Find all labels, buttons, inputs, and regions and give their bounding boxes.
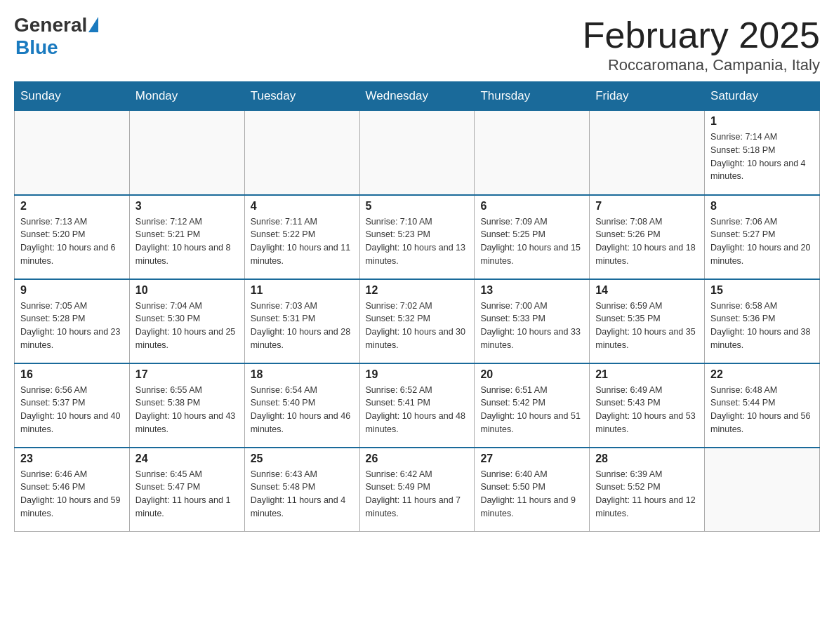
calendar-day-cell: 20Sunrise: 6:51 AM Sunset: 5:42 PM Dayli…: [475, 363, 590, 448]
day-info: Sunrise: 7:11 AM Sunset: 5:22 PM Dayligh…: [251, 215, 354, 268]
calendar-day-cell: 7Sunrise: 7:08 AM Sunset: 5:26 PM Daylig…: [590, 195, 705, 279]
day-info: Sunrise: 6:52 AM Sunset: 5:41 PM Dayligh…: [366, 384, 469, 436]
day-info: Sunrise: 7:09 AM Sunset: 5:25 PM Dayligh…: [480, 215, 583, 268]
day-number: 3: [135, 200, 239, 213]
calendar-week-row: 16Sunrise: 6:56 AM Sunset: 5:37 PM Dayli…: [15, 363, 820, 448]
day-number: 12: [366, 284, 469, 297]
day-number: 27: [480, 452, 583, 465]
logo-general-text: General: [14, 14, 87, 36]
day-info: Sunrise: 7:06 AM Sunset: 5:27 PM Dayligh…: [710, 215, 814, 268]
calendar-day-cell: 13Sunrise: 7:00 AM Sunset: 5:33 PM Dayli…: [475, 279, 590, 363]
calendar-week-row: 23Sunrise: 6:46 AM Sunset: 5:46 PM Dayli…: [15, 448, 820, 532]
day-number: 24: [135, 452, 239, 465]
day-number: 7: [595, 200, 699, 213]
day-info: Sunrise: 7:00 AM Sunset: 5:33 PM Dayligh…: [480, 300, 583, 352]
calendar-day-cell: [129, 111, 244, 195]
title-section: February 2025 Roccaromana, Campania, Ita…: [583, 14, 820, 74]
day-header-tuesday: Tuesday: [244, 82, 359, 111]
day-info: Sunrise: 6:55 AM Sunset: 5:38 PM Dayligh…: [135, 384, 239, 436]
day-header-thursday: Thursday: [475, 82, 590, 111]
calendar-day-cell: 14Sunrise: 6:59 AM Sunset: 5:35 PM Dayli…: [590, 279, 705, 363]
page-header: General Blue February 2025 Roccaromana, …: [14, 14, 820, 74]
day-number: 16: [20, 368, 124, 381]
day-number: 10: [135, 284, 239, 297]
day-number: 15: [710, 284, 814, 297]
calendar-day-cell: 3Sunrise: 7:12 AM Sunset: 5:21 PM Daylig…: [129, 195, 244, 279]
calendar-day-cell: 22Sunrise: 6:48 AM Sunset: 5:44 PM Dayli…: [705, 363, 820, 448]
day-info: Sunrise: 7:02 AM Sunset: 5:32 PM Dayligh…: [366, 300, 469, 352]
day-number: 1: [710, 115, 814, 128]
day-number: 11: [251, 284, 354, 297]
calendar-day-cell: [705, 448, 820, 532]
day-info: Sunrise: 6:45 AM Sunset: 5:47 PM Dayligh…: [135, 468, 239, 521]
day-info: Sunrise: 6:46 AM Sunset: 5:46 PM Dayligh…: [20, 468, 124, 521]
day-info: Sunrise: 6:54 AM Sunset: 5:40 PM Dayligh…: [251, 384, 354, 436]
calendar-day-cell: 15Sunrise: 6:58 AM Sunset: 5:36 PM Dayli…: [705, 279, 820, 363]
day-info: Sunrise: 6:48 AM Sunset: 5:44 PM Dayligh…: [710, 384, 814, 436]
day-info: Sunrise: 7:04 AM Sunset: 5:30 PM Dayligh…: [135, 300, 239, 352]
day-number: 14: [595, 284, 699, 297]
calendar-day-cell: 10Sunrise: 7:04 AM Sunset: 5:30 PM Dayli…: [129, 279, 244, 363]
day-number: 17: [135, 368, 239, 381]
day-info: Sunrise: 7:14 AM Sunset: 5:18 PM Dayligh…: [710, 130, 814, 183]
calendar-subtitle: Roccaromana, Campania, Italy: [583, 56, 820, 74]
day-number: 18: [251, 368, 354, 381]
calendar-day-cell: 17Sunrise: 6:55 AM Sunset: 5:38 PM Dayli…: [129, 363, 244, 448]
day-info: Sunrise: 6:49 AM Sunset: 5:43 PM Dayligh…: [595, 384, 699, 436]
day-header-saturday: Saturday: [705, 82, 820, 111]
calendar-table: SundayMondayTuesdayWednesdayThursdayFrid…: [14, 81, 820, 532]
calendar-day-cell: 5Sunrise: 7:10 AM Sunset: 5:23 PM Daylig…: [359, 195, 475, 279]
calendar-day-cell: 18Sunrise: 6:54 AM Sunset: 5:40 PM Dayli…: [244, 363, 359, 448]
day-number: 26: [366, 452, 469, 465]
day-info: Sunrise: 7:03 AM Sunset: 5:31 PM Dayligh…: [251, 300, 354, 352]
calendar-day-cell: 8Sunrise: 7:06 AM Sunset: 5:27 PM Daylig…: [705, 195, 820, 279]
calendar-day-cell: 19Sunrise: 6:52 AM Sunset: 5:41 PM Dayli…: [359, 363, 475, 448]
day-number: 21: [595, 368, 699, 381]
calendar-day-cell: 6Sunrise: 7:09 AM Sunset: 5:25 PM Daylig…: [475, 195, 590, 279]
day-number: 13: [480, 284, 583, 297]
day-info: Sunrise: 6:56 AM Sunset: 5:37 PM Dayligh…: [20, 384, 124, 436]
day-number: 6: [480, 200, 583, 213]
calendar-day-cell: 16Sunrise: 6:56 AM Sunset: 5:37 PM Dayli…: [15, 363, 130, 448]
calendar-day-cell: 21Sunrise: 6:49 AM Sunset: 5:43 PM Dayli…: [590, 363, 705, 448]
day-info: Sunrise: 7:10 AM Sunset: 5:23 PM Dayligh…: [366, 215, 469, 268]
day-number: 22: [710, 368, 814, 381]
calendar-day-cell: 28Sunrise: 6:39 AM Sunset: 5:52 PM Dayli…: [590, 448, 705, 532]
day-info: Sunrise: 6:40 AM Sunset: 5:50 PM Dayligh…: [480, 468, 583, 521]
calendar-week-row: 1Sunrise: 7:14 AM Sunset: 5:18 PM Daylig…: [15, 111, 820, 195]
day-info: Sunrise: 7:13 AM Sunset: 5:20 PM Dayligh…: [20, 215, 124, 268]
day-header-sunday: Sunday: [15, 82, 130, 111]
calendar-day-cell: 4Sunrise: 7:11 AM Sunset: 5:22 PM Daylig…: [244, 195, 359, 279]
day-header-friday: Friday: [590, 82, 705, 111]
calendar-day-cell: 12Sunrise: 7:02 AM Sunset: 5:32 PM Dayli…: [359, 279, 475, 363]
day-header-wednesday: Wednesday: [359, 82, 475, 111]
calendar-day-cell: 2Sunrise: 7:13 AM Sunset: 5:20 PM Daylig…: [15, 195, 130, 279]
logo-triangle-icon: [88, 17, 98, 32]
day-info: Sunrise: 6:58 AM Sunset: 5:36 PM Dayligh…: [710, 300, 814, 352]
calendar-title: February 2025: [583, 14, 820, 56]
day-info: Sunrise: 6:39 AM Sunset: 5:52 PM Dayligh…: [595, 468, 699, 521]
calendar-day-cell: 26Sunrise: 6:42 AM Sunset: 5:49 PM Dayli…: [359, 448, 475, 532]
day-number: 23: [20, 452, 124, 465]
calendar-day-cell: [475, 111, 590, 195]
calendar-day-cell: [590, 111, 705, 195]
day-number: 4: [251, 200, 354, 213]
calendar-week-row: 9Sunrise: 7:05 AM Sunset: 5:28 PM Daylig…: [15, 279, 820, 363]
day-number: 19: [366, 368, 469, 381]
day-number: 20: [480, 368, 583, 381]
logo: General Blue: [14, 14, 98, 59]
day-info: Sunrise: 7:08 AM Sunset: 5:26 PM Dayligh…: [595, 215, 699, 268]
day-info: Sunrise: 6:59 AM Sunset: 5:35 PM Dayligh…: [595, 300, 699, 352]
day-number: 25: [251, 452, 354, 465]
calendar-day-cell: 1Sunrise: 7:14 AM Sunset: 5:18 PM Daylig…: [705, 111, 820, 195]
calendar-day-cell: [244, 111, 359, 195]
day-number: 28: [595, 452, 699, 465]
calendar-day-cell: [15, 111, 130, 195]
day-number: 5: [366, 200, 469, 213]
day-number: 9: [20, 284, 124, 297]
calendar-day-cell: [359, 111, 475, 195]
calendar-header-row: SundayMondayTuesdayWednesdayThursdayFrid…: [15, 82, 820, 111]
day-header-monday: Monday: [129, 82, 244, 111]
calendar-day-cell: 25Sunrise: 6:43 AM Sunset: 5:48 PM Dayli…: [244, 448, 359, 532]
calendar-day-cell: 23Sunrise: 6:46 AM Sunset: 5:46 PM Dayli…: [15, 448, 130, 532]
